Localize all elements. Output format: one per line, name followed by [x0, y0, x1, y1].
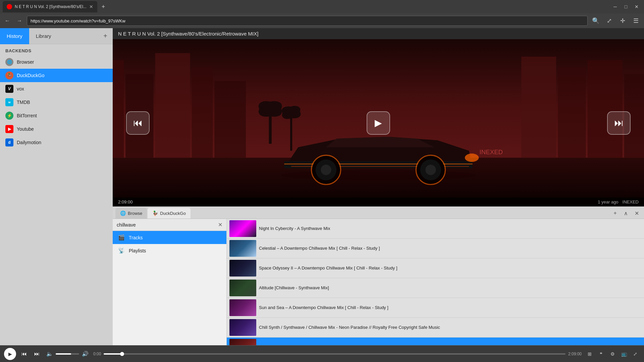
move-icon[interactable]: ✛	[617, 15, 628, 26]
result-thumb-2	[229, 240, 256, 257]
grid-view-button[interactable]: ⊞	[585, 349, 594, 359]
video-channel: INEXED	[623, 199, 639, 204]
backend-item-tmdb[interactable]: M TMDB	[0, 96, 113, 109]
volume-bar[interactable]	[56, 353, 79, 355]
sidebar-tab-bar: History Library +	[0, 28, 113, 44]
new-tab-button[interactable]: +	[99, 2, 108, 11]
browser-tab[interactable]: N E T R U N Vol. 2 [Synthwave/80's/El...…	[3, 1, 97, 12]
result-thumb-6	[229, 319, 256, 336]
result-item-1[interactable]: Night In Cybercity - A Synthwave Mix	[227, 219, 644, 239]
prev-track-button[interactable]: ⏮	[126, 111, 150, 135]
cast-button[interactable]: 📺	[619, 349, 629, 359]
forward-button[interactable]: →	[15, 16, 24, 25]
progress-thumb[interactable]	[120, 352, 124, 356]
video-title: N E T R U N Vol. 2 [Synthwave/80's/Elect…	[118, 31, 258, 37]
tab-close-button[interactable]: ✕	[89, 4, 93, 9]
browse-tab-label: Browse	[128, 211, 142, 216]
browse-tab-bar: 🌐 Browse 🦆 DuckDuckGo + ∧ ✕	[113, 206, 644, 219]
player-bar: ▶ ⏮ ⏭ 🔈 🔊 0:00 2:09:00 ⊞ ❝ ⚙ 📺 ⤢	[0, 345, 644, 362]
play-pause-button[interactable]: ▶	[367, 111, 390, 135]
filter-label-playlists: Playlists	[129, 248, 146, 253]
minimize-button[interactable]: ─	[610, 2, 620, 11]
backend-icon-dailymotion: d	[5, 138, 13, 146]
backends-list: 🌐 Browser 🦆 DuckDuckGo V vox M TMDB ⚡ Bi…	[0, 55, 113, 149]
main-play-button[interactable]: ▶	[4, 348, 16, 360]
video-controls-overlay: ⏮ ▶ ⏭	[113, 39, 644, 206]
next-track-button[interactable]: ⏭	[607, 111, 631, 135]
progress-container: 0:00 2:09:00	[93, 352, 582, 356]
result-title-5: Sun and Sea – A Downtempo Chillwave Mix …	[259, 305, 641, 311]
sidebar-add-button[interactable]: +	[101, 32, 110, 41]
quote-button[interactable]: ❝	[596, 349, 606, 359]
main-next-button[interactable]: ⏭	[32, 349, 42, 359]
fullscreen-button[interactable]: ⤢	[631, 349, 640, 359]
backend-item-dailymotion[interactable]: d Dailymotion	[0, 136, 113, 149]
result-item-2[interactable]: Celestial – A Downtempo Chillwave Mix [ …	[227, 239, 644, 258]
menu-icon[interactable]: ☰	[631, 15, 641, 26]
sidebar-tab-library[interactable]: Library	[29, 28, 58, 44]
backend-label-browser: Browser	[17, 59, 34, 65]
close-browse-button[interactable]: ✕	[632, 208, 641, 218]
backend-item-youtube[interactable]: ▶ Youtube	[0, 122, 113, 136]
browse-tab-actions: + ∧ ✕	[610, 208, 641, 218]
search-filter-playlists[interactable]: 📡 Playlists	[113, 244, 226, 257]
search-close-button[interactable]: ✕	[218, 222, 222, 228]
search-input[interactable]	[117, 222, 215, 228]
search-panel: ✕ 🎬 Tracks 📡 Playlists	[113, 219, 227, 345]
address-bar: ← → 🔍 ⤢ ✛ ☰	[0, 13, 644, 28]
result-item-7[interactable]: N E T R U N Vol. 2 [Synthwave/80's/Elect…	[227, 338, 644, 345]
backend-item-vox[interactable]: V vox	[0, 82, 113, 96]
search-filter-tracks[interactable]: 🎬 Tracks	[113, 231, 226, 244]
backend-label-dailymotion: Dailymotion	[17, 140, 41, 145]
browse-content: ✕ 🎬 Tracks 📡 Playlists Night In Cybercit…	[113, 219, 644, 345]
expand-icon[interactable]: ⤢	[604, 15, 614, 26]
scroll-up-button[interactable]: ∧	[621, 208, 631, 218]
backend-item-bittorrent[interactable]: ⚡ BitTorrent	[0, 109, 113, 122]
backend-item-browser[interactable]: 🌐 Browser	[0, 55, 113, 69]
video-current-time: 2:09:00	[118, 199, 132, 204]
volume-icon[interactable]: 🔈	[45, 349, 54, 359]
result-thumb-7	[229, 339, 256, 345]
backend-label-vox: vox	[17, 86, 24, 92]
backend-label-tmdb: TMDB	[17, 100, 30, 105]
browse-tab-duckduckgo[interactable]: 🦆 DuckDuckGo	[148, 208, 191, 219]
backends-label: Backends	[0, 44, 113, 55]
result-title-2: Celestial – A Downtempo Chillwave Mix [ …	[259, 246, 641, 251]
settings-button[interactable]: ⚙	[608, 349, 617, 359]
result-title-1: Night In Cybercity - A Synthwave Mix	[259, 226, 641, 232]
browse-tab-browse[interactable]: 🌐 Browse	[115, 208, 147, 219]
filter-icon-tracks: 🎬	[118, 234, 125, 241]
backend-icon-vox: V	[5, 85, 13, 93]
url-input[interactable]	[27, 16, 588, 26]
window-controls: ─ □ ✕	[610, 2, 641, 11]
backend-icon-youtube: ▶	[5, 125, 13, 133]
video-age: 1 year ago	[598, 199, 618, 204]
main-layout: History Library + Backends 🌐 Browser 🦆 D…	[0, 28, 644, 345]
result-item-3[interactable]: Space Odyssey II – A Downtempo Chillwave…	[227, 258, 644, 278]
maximize-button[interactable]: □	[621, 2, 631, 11]
back-button[interactable]: ←	[3, 16, 12, 25]
backend-icon-bittorrent: ⚡	[5, 112, 13, 120]
results-list: Night In Cybercity - A Synthwave Mix Cel…	[227, 219, 644, 345]
close-window-button[interactable]: ✕	[632, 2, 641, 11]
search-icon[interactable]: 🔍	[590, 15, 601, 26]
search-filters: 🎬 Tracks 📡 Playlists	[113, 231, 226, 257]
progress-bar[interactable]	[104, 353, 566, 355]
progress-fill	[104, 353, 122, 355]
volume-up-icon[interactable]: 🔊	[80, 349, 90, 359]
main-prev-button[interactable]: ⏮	[19, 349, 29, 359]
result-title-6: Chill Synth / Synthwave / Chillwave Mix …	[259, 325, 641, 330]
sidebar-tab-history[interactable]: History	[0, 28, 29, 44]
player-right-buttons: ⊞ ❝ ⚙ 📺 ⤢	[585, 349, 640, 359]
result-item-5[interactable]: Sun and Sea – A Downtempo Chillwave Mix …	[227, 298, 644, 318]
backend-item-duckduckgo[interactable]: 🦆 DuckDuckGo	[0, 69, 113, 82]
current-time: 0:00	[93, 352, 101, 356]
sidebar: History Library + Backends 🌐 Browser 🦆 D…	[0, 28, 113, 345]
result-item-6[interactable]: Chill Synth / Synthwave / Chillwave Mix …	[227, 318, 644, 338]
browse-globe-icon: 🌐	[120, 210, 126, 216]
title-bar: N E T R U N Vol. 2 [Synthwave/80's/El...…	[0, 0, 644, 13]
video-player[interactable]: INEXED ⏮ ▶ ⏭ 2:09:00 1 year ago INEXED	[113, 39, 644, 206]
filter-label-tracks: Tracks	[129, 235, 143, 240]
add-browse-tab-button[interactable]: +	[610, 208, 620, 218]
result-item-4[interactable]: Altitude [Chillwave - Synthwave Mix]	[227, 278, 644, 298]
